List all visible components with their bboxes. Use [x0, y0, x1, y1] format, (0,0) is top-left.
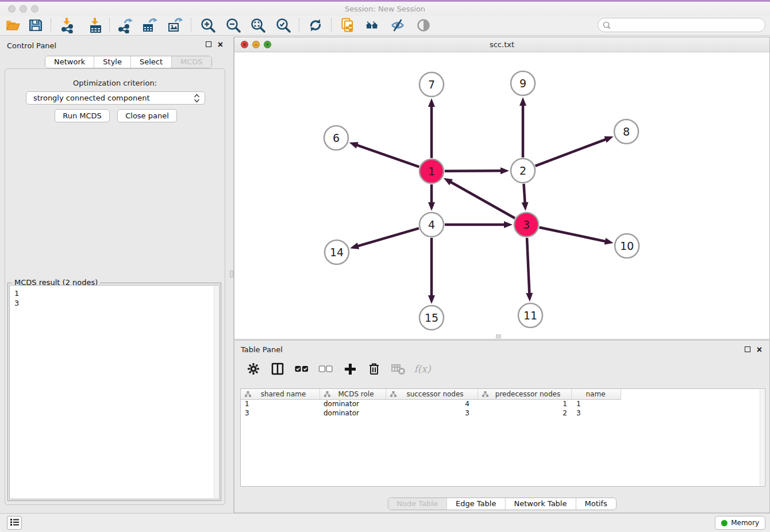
graph-edge[interactable]	[450, 182, 515, 218]
run-mcds-button[interactable]: Run MCDS	[55, 109, 110, 122]
cell-shared-name[interactable]: 3	[241, 409, 320, 418]
graph-node-label: 10	[620, 240, 634, 252]
homes-icon	[364, 17, 380, 33]
cell-successor-nodes[interactable]: 4	[386, 400, 478, 409]
import-table-button[interactable]	[87, 17, 103, 33]
delete-column-button[interactable]	[365, 361, 383, 377]
graph-edge-arrowhead	[428, 98, 435, 107]
table-row[interactable]: 3 dominator 3 2 3	[241, 409, 765, 418]
column-header-mcds-role[interactable]: MCDS role	[320, 389, 386, 399]
table-settings-button[interactable]	[245, 361, 262, 377]
search-box[interactable]	[598, 18, 765, 32]
zoom-selected-button[interactable]	[275, 17, 291, 33]
zoom-fit-button[interactable]	[250, 17, 266, 33]
table-scrollbar[interactable]	[760, 390, 764, 485]
new-network-from-selection-button[interactable]	[340, 17, 356, 33]
column-header-name[interactable]: name	[572, 389, 621, 399]
task-history-button[interactable]	[7, 516, 22, 530]
close-table-panel-icon[interactable]: ×	[757, 346, 762, 353]
graph-node-label: 11	[523, 309, 537, 322]
graph-edge[interactable]	[357, 228, 419, 246]
session-title: Session: New Session	[0, 5, 770, 13]
titlebar: Session: New Session	[0, 2, 770, 16]
result-scrollbar[interactable]	[214, 286, 218, 498]
first-neighbors-button[interactable]	[364, 17, 380, 33]
graph-edge[interactable]	[523, 184, 525, 203]
tab-network-table[interactable]: Network Table	[505, 498, 575, 510]
mcds-result-text[interactable]: 1 3	[9, 285, 220, 499]
graph-node-label: 1	[428, 165, 435, 178]
panel-splitter-vertical[interactable]	[230, 37, 234, 513]
close-panel-button[interactable]: Close panel	[117, 109, 177, 122]
network-window-titlebar: ✕ − + scc.txt	[234, 37, 769, 52]
graph-edge[interactable]	[527, 238, 529, 294]
zoom-in-button[interactable]	[200, 17, 216, 33]
column-header-predecessor-nodes[interactable]: predecessor nodes	[478, 389, 572, 399]
splitter-handle-horizontal[interactable]	[496, 334, 501, 338]
column-header-shared-name[interactable]: shared name	[241, 389, 320, 399]
refresh-icon	[307, 17, 324, 33]
network-canvas[interactable]: 1234678910111415	[234, 52, 769, 339]
graph-edge[interactable]	[540, 228, 606, 242]
cell-name[interactable]: 3	[572, 409, 621, 418]
tab-network[interactable]: Network	[45, 56, 94, 68]
show-all-button[interactable]	[415, 17, 432, 33]
graph-edge[interactable]	[356, 145, 419, 167]
cell-predecessor-nodes[interactable]: 2	[478, 409, 572, 418]
refresh-layout-button[interactable]	[307, 17, 324, 33]
graph-node-label: 6	[333, 132, 340, 144]
cell-name[interactable]: 1	[572, 400, 621, 409]
zoom-out-button[interactable]	[225, 17, 241, 33]
graph-node-label: 7	[428, 78, 435, 91]
add-column-button[interactable]	[341, 361, 359, 377]
tab-style[interactable]: Style	[94, 56, 130, 68]
tab-node-table[interactable]: Node Table	[388, 498, 446, 510]
cell-shared-name[interactable]: 1	[241, 400, 320, 409]
result-line: 3	[14, 298, 219, 308]
hide-selected-button[interactable]	[390, 17, 406, 33]
toolbar-separator	[331, 18, 332, 32]
mcds-panel: Optimization criterion: strongly connect…	[5, 68, 225, 505]
tab-mcds[interactable]: MCDS	[171, 56, 211, 68]
table-toolbar: f(x)	[245, 360, 431, 377]
cell-mcds-role[interactable]: dominator	[320, 409, 386, 418]
export-image-button[interactable]	[167, 17, 183, 33]
import-network-button[interactable]	[59, 17, 75, 33]
tab-select[interactable]: Select	[130, 56, 171, 68]
graph-edge-arrowhead	[526, 293, 533, 302]
open-file-button[interactable]	[5, 17, 21, 33]
export-network-button[interactable]	[117, 17, 133, 33]
zoom-out-icon	[225, 17, 241, 33]
graph-edge[interactable]	[536, 139, 607, 166]
show-columns-button[interactable]	[293, 361, 310, 377]
float-table-panel-icon[interactable]	[745, 346, 750, 352]
graph-node-label: 14	[330, 246, 344, 259]
memory-label: Memory	[731, 519, 759, 527]
import-network-icon	[59, 17, 75, 33]
memory-button[interactable]: Memory	[715, 516, 765, 530]
cell-mcds-role[interactable]: dominator	[320, 400, 386, 409]
graph-edge[interactable]	[445, 171, 502, 171]
cell-predecessor-nodes[interactable]: 1	[478, 400, 572, 409]
tab-motifs[interactable]: Motifs	[575, 498, 615, 510]
cell-successor-nodes[interactable]: 3	[386, 409, 478, 418]
table-row[interactable]: 1 dominator 4 1 1	[241, 400, 765, 409]
splitter-handle[interactable]	[230, 271, 233, 277]
table-panel-title: Table Panel	[241, 345, 283, 354]
graph-edge-arrowhead	[349, 142, 359, 148]
save-session-button[interactable]	[28, 17, 44, 33]
tab-edge-table[interactable]: Edge Table	[446, 498, 505, 510]
column-header-successor-nodes[interactable]: successor nodes	[386, 389, 478, 399]
delete-table-button[interactable]	[390, 361, 407, 377]
criterion-select[interactable]: strongly connected component	[26, 91, 205, 105]
control-panel-title: Control Panel	[7, 41, 56, 50]
checked-boxes-icon	[294, 361, 309, 376]
split-panel-button[interactable]	[269, 361, 286, 377]
function-builder-button[interactable]: f(x)	[414, 361, 431, 377]
close-panel-icon[interactable]: ×	[218, 41, 223, 48]
export-table-button[interactable]	[142, 17, 158, 33]
float-panel-icon[interactable]	[206, 41, 211, 47]
search-input[interactable]	[611, 20, 765, 31]
network-graph[interactable]: 1234678910111415	[234, 52, 769, 339]
hide-columns-button[interactable]	[317, 361, 334, 377]
